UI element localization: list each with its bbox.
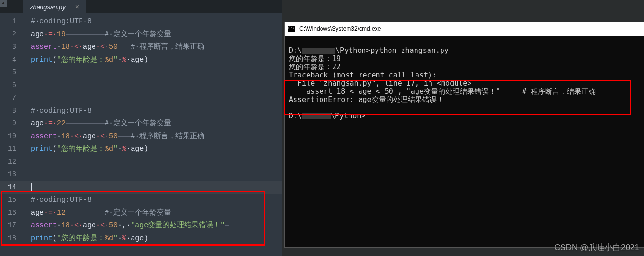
line-number: 18	[0, 232, 23, 245]
line-number: 17	[0, 219, 23, 232]
line-number: 1	[0, 15, 23, 28]
line-number: 10	[0, 130, 23, 143]
code-content[interactable]: #·coding:UTF-8 age·=·19—————————#·定义一个年龄…	[23, 13, 282, 256]
line-number: 2	[0, 28, 23, 41]
line-number: 11	[0, 143, 23, 156]
line-number: 4	[0, 54, 23, 67]
line-number: 7	[0, 92, 23, 105]
tab-bar: zhangsan.py ×	[0, 0, 282, 13]
cmd-titlebar[interactable]: C:\Windows\System32\cmd.exe	[285, 22, 644, 36]
line-number: 13	[0, 168, 23, 181]
gutter: 1 2 3 4 5 6 7 8 9 10 11 12 13 14 15 16 1…	[0, 13, 23, 256]
cursor-icon	[31, 183, 32, 192]
cmd-body[interactable]: D:\\Python>python zhangsan.py 您的年龄是：19 您…	[285, 36, 644, 123]
line-number: 16	[0, 207, 23, 220]
line-number: 3	[0, 41, 23, 54]
code-text: #·coding:UTF-8	[31, 17, 92, 26]
redacted-text	[302, 113, 331, 119]
editor-pane: ▲ zhangsan.py × 1 2 3 4 5 6 7 8 9 10 11 …	[0, 0, 282, 256]
redacted-text	[302, 48, 335, 54]
line-number: 6	[0, 79, 23, 92]
cmd-icon	[288, 26, 295, 32]
tab-zhangsan[interactable]: zhangsan.py ×	[23, 0, 86, 13]
close-icon[interactable]: ×	[75, 3, 79, 11]
cmd-window: C:\Windows\System32\cmd.exe D:\\Python>p…	[284, 22, 644, 248]
code-area: 1 2 3 4 5 6 7 8 9 10 11 12 13 14 15 16 1…	[0, 13, 282, 256]
line-number: 9	[0, 117, 23, 130]
line-number: 14	[0, 181, 23, 194]
cmd-title-text: C:\Windows\System32\cmd.exe	[299, 26, 381, 32]
line-number: 5	[0, 66, 23, 79]
tab-label: zhangsan.py	[30, 3, 66, 11]
scroll-arrow-icon[interactable]: ▲	[0, 0, 7, 7]
line-number: 8	[0, 105, 23, 118]
watermark: CSDN @爪哇小白2021	[554, 242, 639, 253]
line-number: 15	[0, 194, 23, 207]
line-number: 12	[0, 156, 23, 169]
